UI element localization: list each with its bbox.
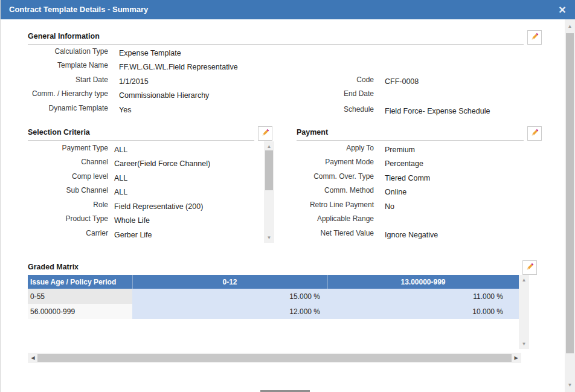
field-label: Calculation Type bbox=[28, 47, 108, 56]
selection-criteria-fields: Payment TypeALL ChannelCareer(Field Forc… bbox=[28, 141, 263, 243]
row-label: 56.00000-999 bbox=[28, 304, 132, 319]
field-value: 1/1/2015 bbox=[119, 77, 149, 86]
field-row: Calculation TypeExpense Template bbox=[28, 44, 288, 59]
field-value: Commissionable Hierarchy bbox=[119, 91, 209, 100]
graded-matrix-horizontal-scrollbar[interactable]: ◀ ▶ bbox=[28, 353, 521, 363]
edit-graded-matrix-button[interactable] bbox=[522, 260, 537, 275]
field-value: Career(Field Force Channel) bbox=[114, 159, 210, 168]
general-information-title: General Information bbox=[28, 32, 100, 40]
field-label: Dynamic Template bbox=[28, 104, 108, 112]
field-value: Yes bbox=[119, 106, 131, 114]
field-label: Schedule bbox=[297, 105, 374, 114]
edit-payment-button[interactable] bbox=[527, 126, 542, 141]
field-row: ScheduleField Force- Expense Schedule bbox=[297, 101, 550, 117]
selection-criteria-title: Selection Criteria bbox=[28, 128, 90, 137]
scrollbar-thumb[interactable] bbox=[37, 354, 512, 362]
field-label: Net Tiered Value bbox=[297, 229, 374, 237]
scroll-up-icon[interactable]: ▲ bbox=[565, 21, 575, 31]
field-row: Comm. MethodOnline bbox=[297, 184, 550, 198]
field-label: Sub Channel bbox=[28, 186, 108, 194]
field-row: End Date bbox=[297, 87, 550, 101]
pencil-icon bbox=[530, 128, 539, 140]
field-row: RoleField Representative (200) bbox=[28, 198, 263, 212]
window-vertical-scrollbar[interactable]: ▲ ▼ bbox=[565, 19, 575, 392]
field-value: FF.WL.GL.WL.Field Representative bbox=[119, 63, 238, 71]
scroll-up-icon[interactable]: ▲ bbox=[519, 275, 529, 285]
graded-matrix-vertical-scrollbar[interactable]: ▲ ▼ bbox=[519, 275, 529, 349]
scrollbar-thumb[interactable] bbox=[265, 150, 273, 190]
field-value: Field Representative (200) bbox=[114, 202, 203, 211]
field-label: Start Date bbox=[28, 76, 108, 84]
field-row: CarrierGerber Life bbox=[28, 226, 263, 240]
scroll-right-icon[interactable]: ▶ bbox=[511, 353, 521, 363]
field-value: ALL bbox=[114, 188, 127, 196]
scroll-left-icon[interactable]: ◀ bbox=[28, 353, 38, 363]
field-row: State bbox=[28, 240, 263, 243]
field-label: Channel bbox=[28, 158, 108, 166]
field-row: Start Date1/1/2015 bbox=[28, 72, 288, 87]
field-row: Retro Line PaymentNo bbox=[297, 198, 550, 212]
payment-header: Payment bbox=[297, 126, 542, 141]
table-row[interactable]: 0-55 15.000 % 11.000 % bbox=[28, 289, 519, 304]
field-label: Product Type bbox=[28, 214, 108, 223]
edit-general-information-button[interactable] bbox=[527, 30, 542, 45]
field-value: Tiered Comm bbox=[385, 174, 430, 182]
field-value: ALL bbox=[114, 174, 127, 182]
field-label: Comm. / Hierarchy type bbox=[28, 89, 108, 98]
field-row: CodeCFF-0008 bbox=[297, 72, 550, 87]
column-header: Issue Age / Policy Period bbox=[28, 275, 132, 289]
payment-fields: Apply ToPremium Payment ModePercentage C… bbox=[297, 141, 550, 240]
general-information-left-fields: Calculation TypeExpense Template Templat… bbox=[28, 44, 288, 115]
field-value: Gerber Life bbox=[114, 231, 152, 239]
field-label: Payment Type bbox=[28, 144, 108, 152]
graded-matrix-title: Graded Matrix bbox=[28, 263, 79, 271]
field-row: Payment TypeALL bbox=[28, 141, 263, 155]
field-label: Comp level bbox=[28, 172, 108, 181]
column-header: 0-12 bbox=[132, 275, 327, 289]
field-value: CFF-0008 bbox=[385, 77, 419, 86]
matrix-cell: 10.000 % bbox=[327, 304, 519, 319]
pencil-icon bbox=[525, 262, 535, 274]
general-information-header: General Information bbox=[28, 30, 542, 45]
scroll-down-icon[interactable]: ▼ bbox=[565, 380, 575, 390]
field-label: Carrier bbox=[28, 229, 108, 237]
close-icon[interactable]: ✕ bbox=[556, 4, 568, 16]
payment-title: Payment bbox=[297, 128, 328, 137]
field-label: Apply To bbox=[297, 144, 374, 152]
field-row: Sub ChannelALL bbox=[28, 184, 263, 198]
graded-matrix-table: Issue Age / Policy Period 0-12 13.00000-… bbox=[28, 275, 519, 319]
field-row: Comm. / Hierarchy typeCommissionable Hie… bbox=[28, 87, 288, 101]
scrollbar-thumb[interactable] bbox=[566, 33, 574, 353]
field-label: Comm. Method bbox=[297, 186, 374, 194]
field-label: Code bbox=[297, 76, 374, 84]
field-row: Template NameFF.WL.GL.WL.Field Represent… bbox=[28, 59, 288, 73]
graded-matrix-header: Graded Matrix bbox=[28, 260, 537, 275]
field-label: Applicable Range bbox=[297, 214, 374, 223]
field-row: Payment ModePercentage bbox=[297, 155, 550, 170]
field-label: Comm. Over. Type bbox=[297, 172, 374, 181]
field-value: No bbox=[385, 202, 394, 211]
dialog-titlebar: Contract Template Details - Summary ✕ bbox=[1, 0, 575, 19]
scroll-down-icon[interactable]: ▼ bbox=[519, 339, 529, 349]
field-row: Comp levelALL bbox=[28, 169, 263, 184]
field-row: ChannelCareer(Field Force Channel) bbox=[28, 155, 263, 170]
general-information-right-fields: CodeCFF-0008 End Date ScheduleField Forc… bbox=[297, 72, 550, 117]
field-row: Net Tiered ValueIgnore Negative bbox=[297, 226, 550, 240]
field-label: Role bbox=[28, 201, 108, 209]
field-value: Online bbox=[385, 188, 406, 196]
edit-selection-criteria-button[interactable] bbox=[258, 126, 272, 141]
selection-criteria-scrollbar[interactable]: ▲ ▼ bbox=[264, 141, 274, 243]
field-row: Applicable Range bbox=[297, 212, 550, 227]
field-value: Field Force- Expense Schedule bbox=[385, 107, 490, 115]
row-label: 0-55 bbox=[28, 289, 132, 304]
field-value: ALL bbox=[114, 146, 127, 154]
field-row: Comm. Over. TypeTiered Comm bbox=[297, 169, 550, 184]
field-value: Ignore Negative bbox=[385, 231, 438, 239]
scroll-down-icon[interactable]: ▼ bbox=[264, 233, 274, 243]
field-value: Percentage bbox=[385, 159, 423, 168]
field-row: Product TypeWhole Life bbox=[28, 212, 263, 227]
table-row[interactable]: 56.00000-999 12.000 % 10.000 % bbox=[28, 304, 519, 319]
field-label: End Date bbox=[297, 89, 374, 98]
field-label: Template Name bbox=[28, 61, 108, 69]
contract-template-details-dialog: Contract Template Details - Summary ✕ Ge… bbox=[0, 0, 575, 392]
